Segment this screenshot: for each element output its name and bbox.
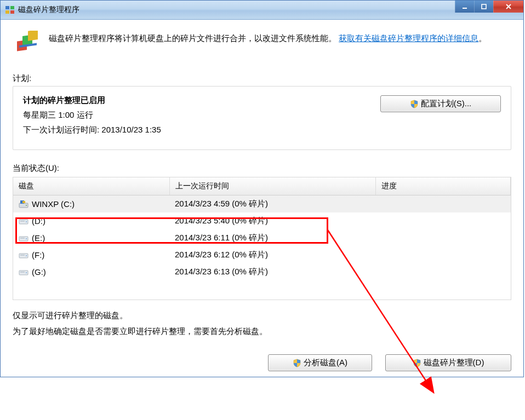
status-label: 当前状态(U): (13, 163, 511, 174)
analyze-button[interactable]: 分析磁盘(A) (268, 354, 372, 371)
col-disk-header[interactable]: 磁盘 (13, 177, 170, 195)
notes: 仅显示可进行碎片整理的磁盘。 为了最好地确定磁盘是否需要立即进行碎片整理，需要首… (13, 308, 511, 339)
intro-text: 磁盘碎片整理程序将计算机硬盘上的碎片文件进行合并，以改进文件系统性能。 获取有关… (49, 31, 487, 57)
shield-icon (413, 359, 421, 367)
table-row[interactable]: (F:)2014/3/23 6:12 (0% 碎片) (13, 246, 511, 263)
schedule-next-run: 下一次计划运行时间: 2013/10/23 1:35 (23, 125, 161, 135)
disk-progress (375, 237, 511, 240)
app-icon (5, 5, 15, 15)
svg-rect-20 (20, 238, 25, 239)
disk-progress (375, 220, 511, 223)
disk-table-header: 磁盘 上一次运行时间 进度 (13, 177, 511, 195)
intro-text-body: 磁盘碎片整理程序将计算机硬盘上的碎片文件进行合并，以改进文件系统性能。 (49, 33, 336, 43)
disk-last-run: 2014/3/23 6:13 (0% 碎片) (169, 265, 375, 279)
close-button[interactable] (493, 1, 523, 13)
svg-point-27 (26, 272, 27, 273)
note-line2: 为了最好地确定磁盘是否需要立即进行碎片整理，需要首先分析磁盘。 (13, 324, 511, 340)
shield-icon (410, 100, 419, 108)
svg-rect-0 (5, 6, 9, 9)
disk-name: WINXP (C:) (32, 199, 75, 209)
schedule-enabled-text: 计划的碎片整理已启用 (23, 95, 161, 106)
maximize-button[interactable] (474, 1, 493, 13)
disk-last-run: 2014/3/23 4:59 (0% 碎片) (169, 197, 375, 211)
intro-text-period: 。 (478, 33, 487, 43)
svg-rect-17 (20, 221, 25, 222)
learn-more-link[interactable]: 获取有关磁盘碎片整理程序的详细信息 (339, 33, 478, 43)
table-row[interactable]: (D:)2014/3/23 5:40 (0% 碎片) (13, 212, 511, 229)
disk-table: 磁盘 上一次运行时间 进度 WINXP (C:)2014/3/23 4:59 (… (13, 177, 511, 300)
titlebar[interactable]: 磁盘碎片整理程序 (1, 1, 523, 20)
svg-rect-15 (22, 201, 25, 203)
schedule-run-time: 每星期三 1:00 运行 (23, 110, 161, 120)
bottom-buttons: 分析磁盘(A) 磁盘碎片整理(D) (13, 354, 511, 371)
defrag-button-label: 磁盘碎片整理(D) (424, 358, 484, 368)
shield-icon (293, 359, 301, 367)
schedule-label: 计划: (13, 73, 511, 84)
defrag-window: 磁盘碎片整理程序 磁盘碎片整理程序将计算机硬盘上的碎片文件进行合并，以改进文件系… (0, 0, 524, 377)
drive-icon (19, 217, 28, 226)
configure-schedule-label: 配置计划(S)... (421, 99, 472, 109)
svg-point-13 (26, 205, 27, 206)
configure-schedule-button[interactable]: 配置计划(S)... (380, 95, 501, 112)
col-lastrun-header[interactable]: 上一次运行时间 (170, 177, 376, 195)
window-controls (455, 1, 523, 13)
svg-rect-5 (482, 4, 486, 9)
disk-last-run: 2014/3/23 5:40 (0% 碎片) (169, 214, 375, 228)
analyze-button-label: 分析磁盘(A) (304, 358, 347, 368)
disk-name: (D:) (32, 216, 45, 226)
disk-table-body: WINXP (C:)2014/3/23 4:59 (0% 碎片)(D:)2014… (13, 195, 511, 300)
intro-section: 磁盘碎片整理程序将计算机硬盘上的碎片文件进行合并，以改进文件系统性能。 获取有关… (13, 26, 511, 64)
col-progress-header[interactable]: 进度 (376, 177, 483, 195)
drive-icon (19, 268, 28, 277)
svg-rect-23 (20, 255, 25, 256)
disk-progress (375, 254, 511, 257)
disk-progress (375, 271, 511, 274)
schedule-info: 计划的碎片整理已启用 每星期三 1:00 运行 下一次计划运行时间: 2013/… (23, 95, 161, 140)
note-line1: 仅显示可进行碎片整理的磁盘。 (13, 308, 511, 324)
svg-rect-10 (28, 31, 38, 41)
col-end-spacer (483, 177, 511, 195)
window-title: 磁盘碎片整理程序 (18, 5, 79, 15)
svg-rect-1 (10, 6, 14, 9)
minimize-button[interactable] (455, 1, 474, 13)
svg-rect-26 (20, 272, 25, 273)
svg-rect-3 (10, 10, 14, 14)
table-row[interactable]: (E:)2014/3/23 6:11 (0% 碎片) (13, 229, 511, 246)
svg-point-24 (26, 255, 27, 256)
defrag-button[interactable]: 磁盘碎片整理(D) (385, 354, 511, 371)
svg-point-21 (26, 238, 27, 239)
disk-last-run: 2014/3/23 6:11 (0% 碎片) (169, 231, 375, 245)
drive-icon (19, 251, 28, 260)
content-area: 磁盘碎片整理程序将计算机硬盘上的碎片文件进行合并，以改进文件系统性能。 获取有关… (1, 20, 523, 377)
disk-progress (375, 203, 511, 206)
schedule-box: 计划的碎片整理已启用 每星期三 1:00 运行 下一次计划运行时间: 2013/… (13, 86, 511, 150)
drive-icon (19, 234, 28, 243)
defrag-program-icon (15, 31, 41, 57)
disk-name: (G:) (32, 267, 46, 277)
disk-last-run: 2014/3/23 6:12 (0% 碎片) (169, 248, 375, 262)
drive-icon (19, 200, 28, 209)
disk-name: (F:) (32, 250, 44, 260)
disk-name: (E:) (32, 233, 45, 243)
svg-point-18 (26, 221, 27, 222)
svg-rect-2 (5, 10, 9, 14)
table-row[interactable]: (G:)2014/3/23 6:13 (0% 碎片) (13, 263, 511, 280)
table-row[interactable]: WINXP (C:)2014/3/23 4:59 (0% 碎片) (13, 195, 511, 212)
